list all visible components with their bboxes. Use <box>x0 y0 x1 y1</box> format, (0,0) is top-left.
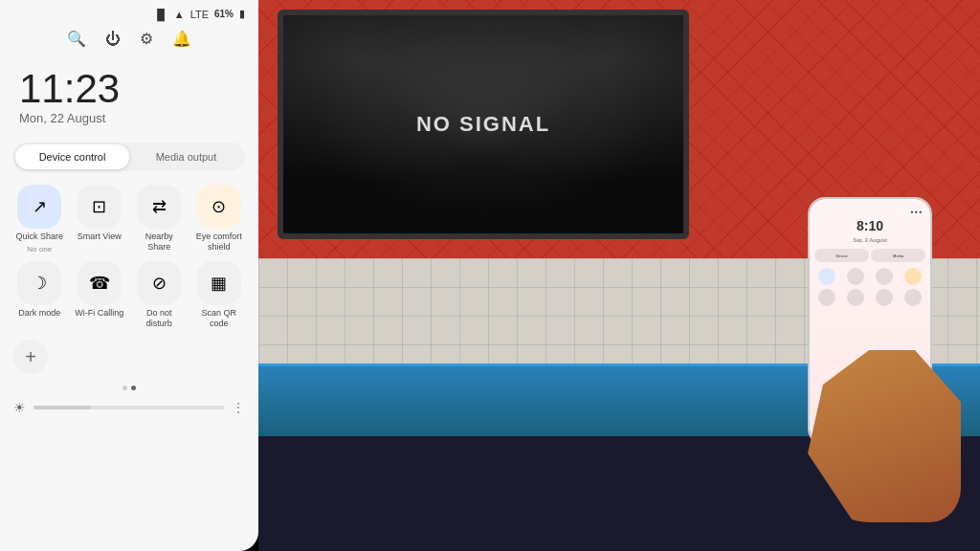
phone-mini-icon8 <box>901 289 925 306</box>
tile-smart-view[interactable]: ⊡ Smart View <box>74 185 126 253</box>
tile-icon-eye-comfort: ⊙ <box>197 185 241 229</box>
search-icon[interactable]: 🔍 <box>67 30 86 48</box>
brightness-row: ☀ ⋮ <box>0 394 258 423</box>
tile-quick-share[interactable]: ↗ Quick Share No one <box>13 185 66 253</box>
tile-label-quick-share: Quick Share <box>15 231 63 242</box>
media-output-tab[interactable]: Media output <box>129 144 243 169</box>
brightness-fill <box>33 406 91 409</box>
quick-settings-panel: ▐▌ ▲ LTE 61% ▮ 🔍 ⏻ ⚙ 🔔 11:23 Mon, 22 Aug… <box>0 0 258 551</box>
no-signal-text: NO SIGNAL <box>416 112 550 137</box>
tile-label-smart-view: Smart View <box>78 231 122 242</box>
tile-icon-nearby-share: ⇄ <box>137 185 181 229</box>
top-icons-row: 🔍 ⏻ ⚙ 🔔 <box>0 24 258 54</box>
phone-mini-status: ● ● ● <box>814 209 925 214</box>
tile-icon-dark-mode: ☽ <box>17 261 61 305</box>
tv-unit: NO SIGNAL <box>278 10 689 239</box>
control-tab-bar: Device control Media output <box>13 143 245 171</box>
add-tile-row: + <box>0 332 258 382</box>
tile-sublabel-quick-share: No one <box>27 245 52 253</box>
tile-eye-comfort[interactable]: ⊙ Eye comfort shield <box>193 185 246 253</box>
phone-mini-tab2: Media <box>871 249 925 262</box>
tile-wifi-calling[interactable]: ☎ Wi-Fi Calling <box>74 261 126 329</box>
phone-mini-icon3 <box>872 268 897 285</box>
tile-icon-wifi-calling: ☎ <box>78 261 122 305</box>
power-icon[interactable]: ⏻ <box>105 31 121 48</box>
add-tile-button[interactable]: + <box>13 340 48 374</box>
phone-mini-grid <box>814 268 925 306</box>
tile-icon-smart-view: ⊡ <box>78 185 122 229</box>
time-display: 11:23 Mon, 22 August <box>0 54 258 129</box>
phone-mini-icon6 <box>843 289 868 306</box>
tile-label-do-not-disturb: Do not disturb <box>133 308 186 329</box>
tile-label-eye-comfort: Eye comfort shield <box>193 231 246 253</box>
battery-icon: ▮ <box>239 8 245 20</box>
tv-screen: NO SIGNAL <box>283 15 683 233</box>
pagination-dots <box>0 382 258 394</box>
tile-icon-do-not-disturb: ⊘ <box>137 261 181 305</box>
tile-nearby-share[interactable]: ⇄ Nearby Share <box>133 185 186 253</box>
phone-mini-icon5 <box>814 289 839 306</box>
quick-tiles-grid: ↗ Quick Share No one ⊡ Smart View ⇄ Near… <box>0 181 258 332</box>
wifi-icon: ▲ <box>174 9 185 20</box>
dot-1 <box>122 386 127 390</box>
tile-scan-qr[interactable]: ▦ Scan QR code <box>193 261 246 329</box>
tile-label-nearby-share: Nearby Share <box>133 231 186 253</box>
tile-label-wifi-calling: Wi-Fi Calling <box>75 308 123 319</box>
tile-label-dark-mode: Dark mode <box>18 308 60 319</box>
device-control-tab[interactable]: Device control <box>15 144 129 169</box>
settings-icon[interactable]: ⚙ <box>140 30 153 48</box>
lte-icon: LTE <box>190 9 209 20</box>
tile-icon-scan-qr: ▦ <box>197 261 241 305</box>
signal-icon: ▐▌ <box>153 9 168 20</box>
status-bar: ▐▌ ▲ LTE 61% ▮ <box>0 0 258 24</box>
brightness-menu-icon[interactable]: ⋮ <box>232 400 245 415</box>
phone-mini-tabs: Device Media <box>814 249 925 262</box>
phone-mini-icon1 <box>814 268 839 285</box>
tile-do-not-disturb[interactable]: ⊘ Do not disturb <box>133 261 186 329</box>
phone-mini-time: 8:10 <box>814 218 925 233</box>
phone-in-hand: ● ● ● 8:10 Sat, 3 August Device Media <box>789 197 961 522</box>
tile-label-scan-qr: Scan QR code <box>193 308 246 329</box>
tile-icon-quick-share: ↗ <box>17 185 61 229</box>
clock-time: 11:23 <box>19 69 239 109</box>
phone-mini-tab1: Device <box>814 249 869 262</box>
date-text: Mon, 22 August <box>19 111 239 125</box>
battery-level: 61% <box>214 9 234 19</box>
phone-mini-icon2 <box>843 268 868 285</box>
phone-mini-date: Sat, 3 August <box>814 237 925 243</box>
background-photo: NO SIGNAL ● ● ● 8:10 Sat, 3 August Devic… <box>258 0 980 551</box>
phone-mini-icon7 <box>872 289 897 306</box>
brightness-icon: ☀ <box>13 400 26 415</box>
tile-dark-mode[interactable]: ☽ Dark mode <box>13 261 66 329</box>
dot-2 <box>131 386 136 390</box>
phone-mini-icon4 <box>901 268 925 285</box>
notification-icon[interactable]: 🔔 <box>172 30 191 48</box>
brightness-track[interactable] <box>33 406 224 409</box>
